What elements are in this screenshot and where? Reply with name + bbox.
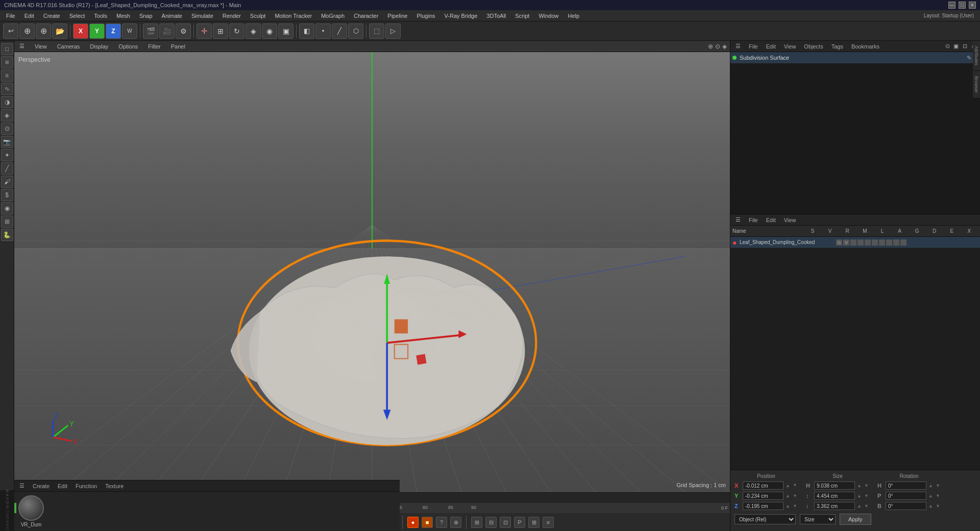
z-axis-button[interactable]: Z	[106, 23, 121, 39]
menu-motion-tracker[interactable]: Motion Tracker	[271, 12, 316, 20]
x-pos-up[interactable]: ▲	[786, 483, 791, 488]
y-pos-up[interactable]: ▲	[786, 493, 791, 498]
rotate-tool[interactable]: ↻	[229, 23, 244, 39]
menu-snap[interactable]: Snap	[135, 12, 157, 20]
record-active-btn[interactable]: ●	[407, 517, 419, 528]
tool-layers[interactable]: ≡	[1, 69, 13, 82]
tool-brush[interactable]: 🖌	[1, 176, 13, 188]
menu-plugins[interactable]: Plugins	[412, 12, 439, 20]
x-size-up[interactable]: ▲	[857, 483, 862, 488]
render-button[interactable]: 🎬	[143, 23, 158, 39]
minimize-button[interactable]: —	[948, 2, 955, 9]
viewport-icon-3[interactable]: ◈	[722, 43, 727, 50]
obj-bottom-icon[interactable]: ☰	[733, 216, 743, 224]
obj-header-icon-2[interactable]: ▣	[952, 43, 960, 50]
tool-nurbs[interactable]: ◑	[1, 96, 13, 108]
open-button[interactable]: 📂	[52, 23, 67, 39]
z-size-dn[interactable]: ▼	[864, 503, 869, 509]
mat-create[interactable]: Create	[31, 482, 52, 490]
render-settings-button[interactable]: ⚙	[176, 23, 191, 39]
h-rot-dn[interactable]: ▼	[936, 483, 941, 488]
material-vr-dum[interactable]: VR_Dum	[18, 495, 44, 527]
select-tool[interactable]: ◈	[246, 23, 261, 39]
obj-header-icon-1[interactable]: ⊙	[944, 43, 951, 50]
viewport-cameras-menu[interactable]: Cameras	[55, 42, 82, 51]
tool-grid[interactable]: ⊞	[1, 215, 13, 228]
menu-file[interactable]: File	[2, 12, 19, 20]
render-region[interactable]: ⬚	[369, 23, 384, 39]
obj-menu-bookmarks[interactable]: Bookmarks	[849, 43, 881, 50]
y-axis-button[interactable]: Y	[89, 23, 105, 39]
tool-line[interactable]: ╱	[1, 162, 13, 175]
obj-icon-g[interactable]	[879, 239, 885, 246]
snap-to-frame-btn[interactable]: ⊟	[485, 517, 497, 528]
obj-icon-d[interactable]	[886, 239, 892, 246]
subdiv-icon-edit[interactable]: ✎	[967, 55, 971, 61]
motion-record-btn[interactable]: ⊕	[450, 517, 461, 528]
obj-bottom-view[interactable]: View	[782, 216, 798, 224]
viewport-icon-1[interactable]: ⊕	[708, 43, 713, 50]
z-size-up[interactable]: ▲	[857, 503, 862, 509]
move-tool[interactable]: ✛	[197, 23, 212, 39]
y-size-input[interactable]	[814, 492, 855, 500]
menu-vray-bridge[interactable]: V-Ray Bridge	[440, 12, 482, 20]
undo-button[interactable]: ↩	[3, 23, 18, 39]
tool-shape[interactable]: ◉	[1, 202, 13, 214]
tool-checkerboard[interactable]: ⊞	[1, 56, 13, 68]
tool-cube[interactable]: □	[1, 43, 13, 55]
menu-select[interactable]: Select	[65, 12, 89, 20]
z-pos-input[interactable]	[743, 502, 783, 510]
tool-deform[interactable]: ◈	[1, 109, 13, 122]
tool-material[interactable]: $	[1, 189, 13, 201]
auto-keyframe-btn[interactable]: ?	[436, 517, 447, 528]
tool-scene[interactable]: ⊙	[1, 123, 13, 135]
obj-icon-e[interactable]	[893, 239, 899, 246]
object-row-dumpling[interactable]: ● Leaf_Shaped_Dumpling_Cooked ⊙ V	[730, 237, 980, 248]
viewport-options-menu[interactable]: Options	[116, 42, 140, 51]
fullscreen-timeline-btn[interactable]: ⊞	[528, 517, 540, 528]
menu-create[interactable]: Create	[39, 12, 64, 20]
mat-function[interactable]: Function	[74, 482, 99, 490]
mat-icon[interactable]: ☰	[17, 482, 27, 490]
coord-system-dropdown[interactable]: Object (Rel) World Local	[734, 514, 796, 524]
z-size-input[interactable]	[814, 502, 855, 510]
render-view-button[interactable]: 🎥	[159, 23, 175, 39]
scale-tool[interactable]: ⊞	[213, 23, 228, 39]
object-mode[interactable]: ◧	[299, 23, 314, 39]
interactive-render[interactable]: ▷	[385, 23, 401, 39]
h-rot-input[interactable]	[886, 481, 926, 490]
live-select[interactable]: ◉	[262, 23, 277, 39]
viewport-menu-icon[interactable]: ☰	[17, 42, 27, 51]
menu-simulate[interactable]: Simulate	[187, 12, 217, 20]
mat-texture[interactable]: Texture	[103, 482, 126, 490]
new-button[interactable]: ⊕	[36, 23, 51, 39]
y-size-up[interactable]: ▲	[857, 493, 862, 498]
tool-python[interactable]: 🐍	[1, 229, 13, 241]
viewport-view-menu[interactable]: View	[33, 42, 49, 51]
viewport-filter-menu[interactable]: Filter	[146, 42, 162, 51]
x-axis-button[interactable]: X	[73, 23, 88, 39]
point-mode[interactable]: •	[315, 23, 331, 39]
x-pos-dn[interactable]: ▼	[793, 482, 798, 488]
z-pos-up[interactable]: ▲	[786, 503, 791, 509]
x-size-dn[interactable]: ▼	[864, 483, 869, 488]
size-mode-dropdown[interactable]: Size Scale	[800, 514, 836, 524]
menu-pipeline[interactable]: Pipeline	[383, 12, 411, 20]
menu-mograph[interactable]: MoGraph	[317, 12, 349, 20]
attributes-tab[interactable]: Attributes	[973, 41, 980, 71]
h-rot-up[interactable]: ▲	[928, 483, 934, 488]
polygon-mode[interactable]: ⬡	[348, 23, 363, 39]
b-rot-input[interactable]	[886, 502, 926, 510]
menu-help[interactable]: Help	[564, 12, 584, 20]
obj-icon-r[interactable]	[850, 239, 856, 246]
viewport-icon-2[interactable]: ⊙	[715, 43, 720, 50]
maximize-button[interactable]: □	[959, 2, 966, 9]
obj-icon-l[interactable]	[865, 239, 871, 246]
tool-light[interactable]: ✦	[1, 149, 13, 161]
marker-btn[interactable]: ⊞	[471, 517, 482, 528]
menu-render[interactable]: Render	[218, 12, 245, 20]
window-controls[interactable]: — □ ✕	[948, 2, 976, 9]
p-rot-input[interactable]	[886, 492, 926, 500]
timeline-list-btn[interactable]: ≡	[543, 517, 554, 528]
obj-menu-icon[interactable]: ☰	[733, 42, 743, 50]
